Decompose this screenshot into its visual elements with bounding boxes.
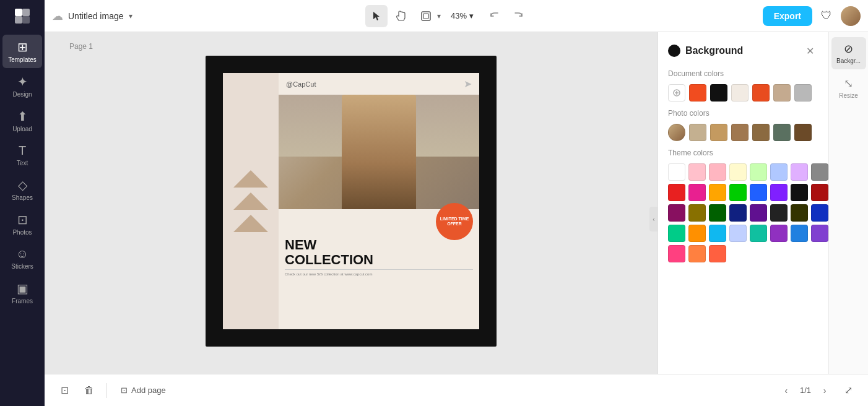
theme-color-swatch[interactable] [668, 163, 685, 181]
shield-icon[interactable]: 🛡 [821, 9, 832, 22]
theme-color-swatch[interactable] [729, 163, 747, 181]
canvas-wrapper[interactable]: @CapCut ➤ LIMITED TIME OFFER [206, 56, 497, 347]
panel-tab-background[interactable]: ⊘ Backgr... [831, 37, 866, 69]
theme-color-swatch[interactable] [709, 184, 726, 201]
theme-color-swatch[interactable] [791, 225, 808, 242]
undo-button[interactable] [484, 5, 506, 27]
theme-color-swatch[interactable] [709, 245, 726, 262]
topbar: ☁ Untitled image ▾ ▾ 43% ▾ Export 🛡 [45, 0, 868, 32]
page-thumbnail-button[interactable]: ⊡ [54, 381, 74, 400]
sidebar-item-text[interactable]: T Text [2, 139, 42, 171]
document-color-swatch[interactable] [689, 84, 706, 102]
theme-color-swatch[interactable] [770, 225, 788, 242]
frames-label: Frames [12, 298, 33, 304]
panel-tab-resize[interactable]: ⤡ Resize [831, 72, 866, 104]
theme-color-swatch[interactable] [668, 204, 685, 222]
page-counter: 1/1 [800, 386, 811, 395]
document-color-swatch[interactable] [773, 84, 791, 102]
collapse-handle[interactable]: ‹ [649, 207, 658, 231]
triangle-1 [233, 170, 268, 188]
photo-color-swatch[interactable] [731, 124, 749, 141]
panel-close-button[interactable]: ✕ [801, 42, 818, 59]
document-title[interactable]: Untitled image [68, 11, 124, 21]
photo-color-swatch[interactable] [773, 124, 791, 141]
svg-rect-1 [22, 9, 30, 16]
select-tool-button[interactable] [365, 5, 388, 27]
photo-color-swatch[interactable] [689, 124, 706, 141]
theme-color-swatch[interactable] [729, 184, 747, 201]
app-logo[interactable] [11, 5, 33, 27]
theme-color-swatch[interactable] [668, 184, 685, 201]
theme-color-swatch[interactable] [688, 163, 706, 181]
redo-button[interactable] [507, 5, 529, 27]
right-panel: ‹ Background ✕ Document colors Photo col… [658, 32, 868, 406]
frame-dropdown-icon[interactable]: ▾ [437, 12, 441, 20]
sidebar-nav: ⊞ Templates ✦ Design ⬆ Upload T Text ◇ S… [2, 35, 42, 311]
sidebar-item-stickers[interactable]: ☺ Stickers [2, 242, 42, 275]
photo-color-swatch[interactable] [752, 124, 770, 141]
theme-color-swatch[interactable] [709, 163, 726, 181]
color-picker-button[interactable] [668, 84, 685, 102]
theme-color-swatch[interactable] [688, 225, 706, 242]
capcut-header: @CapCut ➤ [279, 73, 479, 95]
theme-color-swatch[interactable] [811, 163, 828, 181]
sidebar-item-photos[interactable]: ⊡ Photos [2, 207, 42, 241]
sidebar-item-frames[interactable]: ▣ Frames [2, 276, 42, 309]
document-color-swatch[interactable] [731, 84, 749, 102]
photo-color-swatch[interactable] [794, 124, 812, 141]
theme-color-swatch[interactable] [750, 163, 767, 181]
offer-badge: LIMITED TIME OFFER [436, 203, 473, 240]
expand-button[interactable]: ⤢ [838, 381, 858, 400]
theme-color-swatch[interactable] [770, 163, 788, 181]
document-color-swatch[interactable] [710, 84, 727, 102]
theme-color-swatch[interactable] [811, 184, 828, 201]
theme-color-swatch[interactable] [688, 184, 706, 201]
theme-color-swatch[interactable] [750, 225, 767, 242]
theme-color-swatch[interactable] [770, 184, 788, 201]
next-page-button[interactable]: › [816, 382, 833, 399]
theme-color-swatch[interactable] [688, 204, 706, 222]
photo-color-swatch[interactable] [710, 124, 727, 141]
theme-color-swatch[interactable] [709, 204, 726, 222]
sidebar-item-design[interactable]: ✦ Design [2, 69, 42, 103]
theme-color-swatch[interactable] [688, 245, 706, 262]
frame-tool-button[interactable] [415, 5, 437, 27]
user-avatar[interactable] [841, 6, 861, 26]
title-caret-icon[interactable]: ▾ [129, 12, 132, 20]
theme-color-swatch[interactable] [750, 204, 767, 222]
hand-tool-button[interactable] [390, 5, 412, 27]
triangle-3 [233, 215, 268, 232]
theme-color-swatch[interactable] [770, 204, 788, 222]
document-colors-label: Document colors [668, 69, 818, 78]
theme-color-swatch[interactable] [791, 204, 808, 222]
theme-color-swatch[interactable] [791, 163, 808, 181]
sidebar-item-upload[interactable]: ⬆ Upload [2, 104, 42, 137]
prev-page-button[interactable]: ‹ [778, 382, 795, 399]
zoom-value: 43% [451, 11, 467, 20]
theme-color-swatch[interactable] [668, 225, 685, 242]
export-button[interactable]: Export [763, 6, 812, 26]
theme-color-swatch[interactable] [729, 225, 747, 242]
zoom-control[interactable]: 43% ▾ [446, 9, 479, 23]
document-color-swatch[interactable] [752, 84, 770, 102]
divider [285, 269, 473, 270]
theme-color-swatch[interactable] [729, 204, 747, 222]
frames-icon: ▣ [17, 281, 28, 296]
theme-color-swatch[interactable] [811, 225, 828, 242]
theme-color-swatch[interactable] [709, 225, 726, 242]
photo-sample-color[interactable] [668, 124, 685, 141]
panel-dot [668, 45, 680, 57]
arrow-icon: ➤ [464, 78, 472, 90]
sidebar-item-templates[interactable]: ⊞ Templates [2, 35, 42, 68]
sidebar-item-shapes[interactable]: ◇ Shapes [2, 173, 42, 206]
delete-page-button[interactable]: 🗑 [79, 381, 99, 400]
add-page-button[interactable]: ⊡ Add page [115, 382, 172, 399]
templates-label: Templates [8, 56, 37, 63]
page-navigation: ‹ 1/1 › [778, 382, 833, 399]
theme-color-swatch[interactable] [750, 184, 767, 201]
theme-color-swatch[interactable] [668, 245, 685, 262]
shapes-icon: ◇ [18, 178, 27, 192]
theme-color-swatch[interactable] [811, 204, 828, 222]
theme-color-swatch[interactable] [791, 184, 808, 201]
document-color-swatch[interactable] [794, 84, 812, 102]
